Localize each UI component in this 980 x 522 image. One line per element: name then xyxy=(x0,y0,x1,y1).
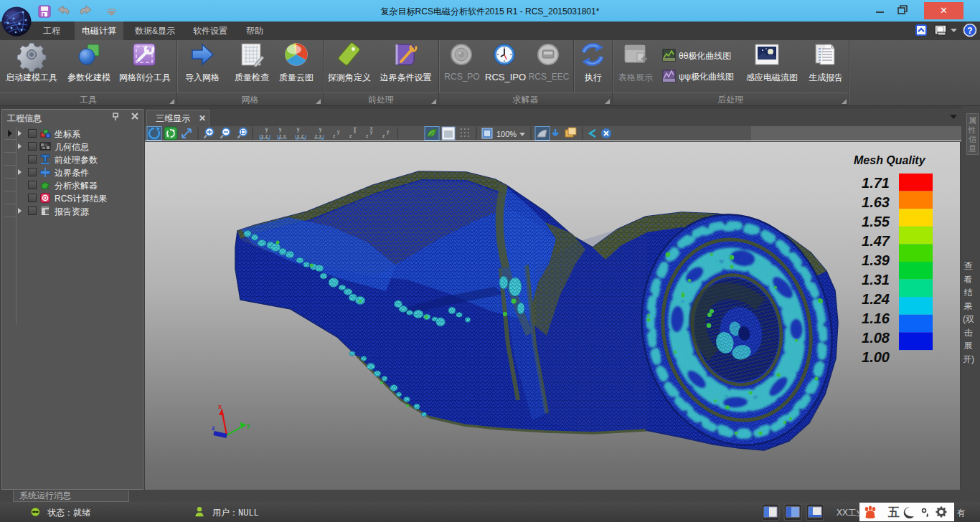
svg-text:z: z xyxy=(333,133,335,138)
svg-text:z: z xyxy=(382,133,385,138)
svg-text:z: z xyxy=(265,133,268,138)
svg-text:y: y xyxy=(337,129,340,135)
svg-text:Mesh Quality: Mesh Quality xyxy=(854,154,926,166)
svg-text:z: z xyxy=(212,424,215,432)
svg-text:1.08: 1.08 xyxy=(862,330,890,346)
svg-text:z: z xyxy=(366,133,368,138)
svg-text:z: z xyxy=(349,133,352,138)
svg-text:1.24: 1.24 xyxy=(862,291,890,307)
svg-text:x: x xyxy=(319,133,322,138)
svg-text:x: x xyxy=(261,133,264,138)
svg-text:1.47: 1.47 xyxy=(862,233,890,249)
svg-text:1.39: 1.39 xyxy=(862,252,890,268)
svg-text:x: x xyxy=(370,126,373,130)
svg-text:?: ? xyxy=(967,26,972,36)
svg-text:1.55: 1.55 xyxy=(862,214,890,229)
svg-text:y: y xyxy=(354,126,357,131)
svg-text:1.71: 1.71 xyxy=(862,175,890,191)
svg-text:z: z xyxy=(301,133,303,138)
svg-text:z: z xyxy=(315,133,317,138)
svg-text:100%: 100% xyxy=(496,130,517,138)
svg-text:y: y xyxy=(247,422,250,429)
svg-text:1.63: 1.63 xyxy=(862,194,890,210)
svg-text:1.00: 1.00 xyxy=(862,349,890,365)
svg-text:1.31: 1.31 xyxy=(862,272,890,288)
svg-text:z: z xyxy=(279,133,281,138)
svg-text:x: x xyxy=(218,403,222,410)
svg-text:y: y xyxy=(387,129,390,135)
svg-text:x: x xyxy=(297,133,300,138)
svg-text:x: x xyxy=(283,133,286,138)
svg-text:1.16: 1.16 xyxy=(862,310,890,326)
svg-text:五: 五 xyxy=(887,506,900,518)
